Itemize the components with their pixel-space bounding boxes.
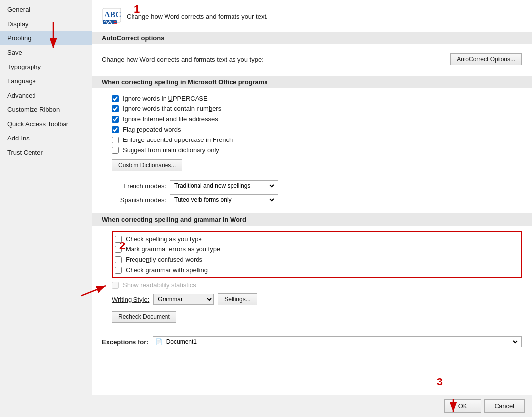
enforce-french-label[interactable]: Enforce accented uppercase in French <box>123 136 233 143</box>
ignore-uppercase-label[interactable]: Ignore words in UPPERCASE <box>123 95 208 102</box>
exceptions-select-wrapper: 📄 Document1 <box>153 336 522 347</box>
suggest-main-label[interactable]: Suggest from main dictionary only <box>123 146 219 154</box>
highlighted-checkboxes-group: Check spelling as you type Mark grammar … <box>112 231 522 278</box>
french-mode-select-wrapper: Traditional and new spellings Traditiona… <box>170 180 278 191</box>
sidebar-item-trust-center[interactable]: Trust Center <box>0 145 92 160</box>
recheck-document-button[interactable]: Recheck Document <box>112 311 176 323</box>
sidebar-item-language[interactable]: Language <box>0 74 92 88</box>
writing-style-label: Writing Style: <box>112 296 149 303</box>
french-mode-label: French modes: <box>112 182 166 190</box>
checkbox-readability: Show readability statistics <box>112 280 522 290</box>
check-grammar-checkbox[interactable] <box>115 267 122 274</box>
modes-section: French modes: Traditional and new spelli… <box>112 179 522 207</box>
checkbox-ignore-numbers: Ignore words that contain numbers <box>112 104 522 114</box>
sidebar-item-quick-access[interactable]: Quick Access Toolbar <box>0 117 92 131</box>
exceptions-row: Exceptions for: 📄 Document1 <box>102 333 522 350</box>
flag-repeated-label[interactable]: Flag repeated words <box>123 126 181 133</box>
confused-words-label[interactable]: Frequently confused words <box>126 256 202 263</box>
ignore-uppercase-checkbox[interactable] <box>112 95 119 102</box>
checkbox-check-spelling-type: Check spelling as you type <box>115 234 519 244</box>
writing-style-row: Writing Style: Grammar Grammar & Style S… <box>112 290 522 308</box>
checkbox-flag-repeated: Flag repeated words <box>112 124 522 135</box>
suggest-main-checkbox[interactable] <box>112 147 119 154</box>
sidebar-item-typography[interactable]: Typography <box>0 60 92 74</box>
spanish-mode-select[interactable]: Tuteo verb forms only Tuteo and voseo ve… <box>172 196 276 204</box>
check-spelling-type-label[interactable]: Check spelling as you type <box>126 235 202 243</box>
settings-button[interactable]: Settings... <box>218 293 257 305</box>
check-grammar-label[interactable]: Check grammar with spelling <box>126 266 208 274</box>
header-description: Change how Word corrects and formats you… <box>127 13 268 20</box>
checkbox-mark-grammar: Mark grammar errors as you type <box>115 244 519 254</box>
mark-grammar-label[interactable]: Mark grammar errors as you type <box>126 245 220 253</box>
enforce-french-checkbox[interactable] <box>112 137 119 143</box>
french-mode-select[interactable]: Traditional and new spellings Traditiona… <box>172 182 276 190</box>
autocorrect-section-header: AutoCorrect options <box>92 32 532 44</box>
bottom-bar: 3 OK Cancel <box>0 395 532 417</box>
main-content: ABC Change how Word corrects and formats… <box>92 0 532 395</box>
sidebar-item-customize-ribbon[interactable]: Customize Ribbon <box>0 103 92 117</box>
mark-grammar-checkbox[interactable] <box>115 246 122 253</box>
writing-style-select[interactable]: Grammar Grammar & Style <box>153 294 214 305</box>
svg-text:ABC: ABC <box>104 10 121 19</box>
autocorrect-row: Change how Word corrects and formats tex… <box>102 49 522 69</box>
word-options-dialog: General Display Proofing Save Typography… <box>0 0 532 417</box>
spanish-mode-label: Spanish modes: <box>112 196 166 204</box>
spanish-mode-select-wrapper: Tuteo verb forms only Tuteo and voseo ve… <box>170 194 278 205</box>
abc-icon: ABC <box>102 7 122 25</box>
flag-repeated-checkbox[interactable] <box>112 126 119 133</box>
ignore-numbers-label[interactable]: Ignore words that contain numbers <box>123 105 221 112</box>
sidebar: General Display Proofing Save Typography… <box>0 0 92 395</box>
sidebar-item-general[interactable]: General <box>0 2 92 17</box>
ok-button[interactable]: OK <box>444 399 481 413</box>
document-icon: 📄 <box>155 338 163 345</box>
readability-label: Show readability statistics <box>123 281 196 289</box>
checkbox-check-grammar: Check grammar with spelling <box>115 265 519 275</box>
checkbox-ignore-internet: Ignore Internet and file addresses <box>112 114 522 124</box>
cancel-button[interactable]: Cancel <box>484 399 525 413</box>
spanish-mode-row: Spanish modes: Tuteo verb forms only Tut… <box>112 193 522 207</box>
custom-dictionaries-button[interactable]: Custom Dictionaries... <box>112 159 182 171</box>
autocorrect-options-button[interactable]: AutoCorrect Options... <box>450 53 522 65</box>
checkbox-enforce-french: Enforce accented uppercase in French <box>112 135 522 145</box>
ignore-numbers-checkbox[interactable] <box>112 105 119 112</box>
sidebar-item-display[interactable]: Display <box>0 17 92 31</box>
autocorrect-label: Change how Word corrects and formats tex… <box>102 56 450 63</box>
exceptions-label: Exceptions for: <box>102 338 149 346</box>
sidebar-item-advanced[interactable]: Advanced <box>0 88 92 103</box>
exceptions-select[interactable]: Document1 <box>165 338 519 346</box>
checkbox-suggest-main: Suggest from main dictionary only <box>112 145 522 155</box>
sidebar-item-proofing[interactable]: Proofing <box>0 31 92 45</box>
readability-checkbox <box>112 282 119 289</box>
check-spelling-type-checkbox[interactable] <box>115 236 122 243</box>
office-spelling-header: When correcting spelling in Microsoft Of… <box>92 76 532 88</box>
sidebar-item-save[interactable]: Save <box>0 45 92 60</box>
word-spelling-header: When correcting spelling and grammar in … <box>92 213 532 226</box>
sidebar-item-add-ins[interactable]: Add-Ins <box>0 131 92 145</box>
checkbox-ignore-uppercase: Ignore words in UPPERCASE <box>112 93 522 104</box>
french-mode-row: French modes: Traditional and new spelli… <box>112 179 522 193</box>
ignore-internet-checkbox[interactable] <box>112 116 119 123</box>
checkbox-confused-words: Frequently confused words <box>115 254 519 265</box>
confused-words-checkbox[interactable] <box>115 256 122 263</box>
header-row: ABC Change how Word corrects and formats… <box>102 7 522 25</box>
ignore-internet-label[interactable]: Ignore Internet and file addresses <box>123 115 218 123</box>
